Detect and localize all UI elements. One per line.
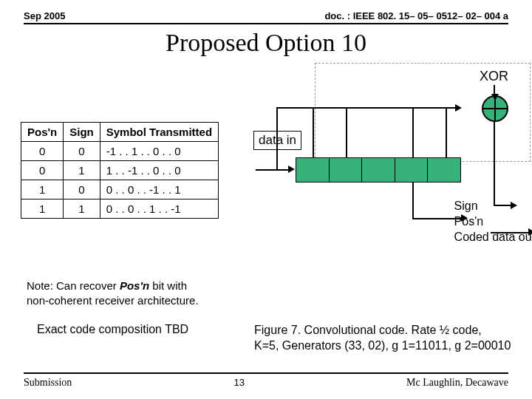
table-row: 0 1 1 . . -1 . . 0 . . 0 <box>21 161 219 180</box>
top-bus <box>276 107 458 109</box>
footer-rule <box>24 372 508 374</box>
footer: Submission 13 Mc Laughlin, Decawave <box>0 372 532 389</box>
sign-label: Sign <box>454 199 532 214</box>
figure-caption: Figure 7. Convolutional code. Rate ½ cod… <box>254 323 513 354</box>
cell-symbol: -1 . . 1 . . 0 . . 0 <box>100 142 218 161</box>
datain-vline <box>276 149 278 171</box>
table-row: 1 1 0 . . 0 . . 1 . . -1 <box>21 200 219 219</box>
register-cell <box>427 157 461 183</box>
table-row: 1 0 0 . . 0 . . -1 . . 1 <box>21 180 219 200</box>
register-cell <box>395 157 429 183</box>
th-posn: Pos'n <box>21 123 64 142</box>
cell-sign: 0 <box>64 180 100 200</box>
signal-labels: Sign Pos'n Coded data out <box>454 199 532 245</box>
symbol-table: Pos'n Sign Symbol Transmitted 0 0 -1 . .… <box>21 122 219 219</box>
table-header-row: Pos'n Sign Symbol Transmitted <box>21 123 219 142</box>
figure-line2: K=5, Generators (33, 02), g 1=11011, g 2… <box>254 338 513 354</box>
cell-symbol: 0 . . 0 . . -1 . . 1 <box>100 180 218 200</box>
cell-posn: 0 <box>21 161 64 180</box>
xor-label: XOR <box>480 69 508 84</box>
shift-register <box>296 157 461 183</box>
cell-posn: 0 <box>21 142 64 161</box>
page-title: Proposed Option 10 <box>0 29 532 57</box>
footer-page-number: 13 <box>233 377 244 389</box>
cell-posn: 1 <box>21 200 64 219</box>
xor-out-v <box>494 122 495 206</box>
header-date: Sep 2005 <box>24 10 65 21</box>
tap4-v <box>412 109 414 157</box>
register-cell <box>329 157 363 183</box>
cell-posn: 1 <box>21 180 64 200</box>
tap5-v <box>446 109 447 157</box>
figure-line1: Figure 7. Convolutional code. Rate ½ cod… <box>254 323 513 338</box>
register-cell <box>361 157 395 183</box>
cell-sign: 1 <box>64 161 100 180</box>
posn-label: Pos'n <box>454 214 532 230</box>
cell-symbol: 0 . . 0 . . 1 . . -1 <box>100 200 218 219</box>
note-text: Note: Can recover Pos'n bit with non-coh… <box>27 279 199 309</box>
header-rule <box>24 23 508 24</box>
footer-right: Mc Laughlin, Decawave <box>406 377 508 389</box>
table-row: 0 0 -1 . . 1 . . 0 . . 0 <box>21 142 219 161</box>
coded-out-label: Coded data out <box>454 230 532 245</box>
cell-symbol: 1 . . -1 . . 0 . . 0 <box>100 161 218 180</box>
note-line1c: bit with <box>149 279 187 292</box>
tap2-v <box>346 109 347 157</box>
cell-sign: 1 <box>64 200 100 219</box>
datain-tap-v <box>276 109 278 150</box>
tbd-text: Exact code composition TBD <box>37 323 188 336</box>
top-bus-arrow <box>455 104 462 112</box>
register-cell <box>296 157 330 183</box>
tap1-v <box>313 109 314 157</box>
note-line2: non-coherent receiver architecture. <box>27 294 199 307</box>
note-line1a: Note: Can recover <box>27 279 120 292</box>
tap-g2-v <box>412 183 414 218</box>
xor-label-arrow <box>491 94 499 100</box>
th-sign: Sign <box>64 123 100 142</box>
datain-hline <box>256 169 289 171</box>
note-posn-italic: Pos'n <box>120 279 149 292</box>
datain-arrow <box>288 166 295 173</box>
cell-sign: 0 <box>64 142 100 161</box>
footer-left: Submission <box>24 377 72 389</box>
th-symbol: Symbol Transmitted <box>100 123 218 142</box>
header-doc: doc. : IEEE 802. 15– 05– 0512– 02– 004 a <box>324 10 508 21</box>
